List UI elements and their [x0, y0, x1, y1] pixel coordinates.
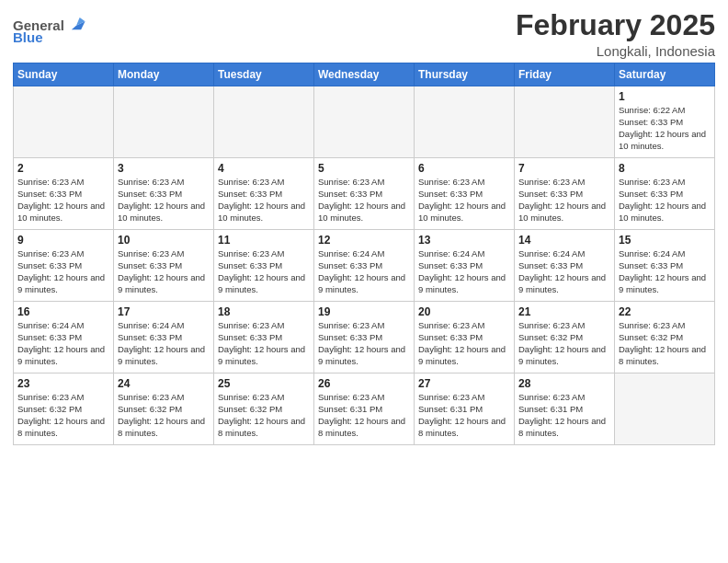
day-number: 28: [518, 377, 610, 390]
day-number: 3: [118, 162, 210, 175]
header: General Blue February 2025 Longkali, Ind…: [13, 9, 715, 59]
col-tuesday: Tuesday: [214, 63, 314, 86]
day-info: Sunrise: 6:23 AM Sunset: 6:33 PM Dayligh…: [418, 320, 510, 367]
col-thursday: Thursday: [415, 63, 515, 86]
table-row: 21Sunrise: 6:23 AM Sunset: 6:32 PM Dayli…: [515, 302, 615, 373]
day-info: Sunrise: 6:23 AM Sunset: 6:33 PM Dayligh…: [218, 248, 310, 295]
day-info: Sunrise: 6:23 AM Sunset: 6:33 PM Dayligh…: [218, 177, 310, 224]
table-row: [214, 86, 314, 158]
day-number: 13: [418, 234, 510, 247]
table-row: 4Sunrise: 6:23 AM Sunset: 6:33 PM Daylig…: [214, 158, 314, 230]
day-number: 16: [17, 305, 109, 318]
table-row: 25Sunrise: 6:23 AM Sunset: 6:32 PM Dayli…: [214, 373, 314, 445]
table-row: [314, 86, 415, 158]
logo: General Blue: [13, 15, 86, 45]
table-row: 28Sunrise: 6:23 AM Sunset: 6:31 PM Dayli…: [515, 373, 615, 445]
day-number: 25: [218, 377, 310, 390]
day-number: 6: [418, 162, 510, 175]
day-info: Sunrise: 6:23 AM Sunset: 6:33 PM Dayligh…: [518, 177, 610, 224]
table-row: 22Sunrise: 6:23 AM Sunset: 6:32 PM Dayli…: [615, 302, 715, 373]
table-row: 12Sunrise: 6:24 AM Sunset: 6:33 PM Dayli…: [314, 230, 415, 302]
table-row: 26Sunrise: 6:23 AM Sunset: 6:31 PM Dayli…: [314, 373, 415, 445]
day-number: 19: [318, 305, 410, 318]
table-row: 9Sunrise: 6:23 AM Sunset: 6:33 PM Daylig…: [14, 230, 114, 302]
col-saturday: Saturday: [615, 63, 715, 86]
col-friday: Friday: [515, 63, 615, 86]
day-info: Sunrise: 6:24 AM Sunset: 6:33 PM Dayligh…: [17, 320, 109, 367]
table-row: 24Sunrise: 6:23 AM Sunset: 6:32 PM Dayli…: [114, 373, 214, 445]
table-row: 6Sunrise: 6:23 AM Sunset: 6:33 PM Daylig…: [415, 158, 515, 230]
calendar-week-row: 16Sunrise: 6:24 AM Sunset: 6:33 PM Dayli…: [14, 302, 715, 373]
day-number: 24: [118, 377, 210, 390]
day-info: Sunrise: 6:23 AM Sunset: 6:32 PM Dayligh…: [118, 392, 210, 439]
day-info: Sunrise: 6:23 AM Sunset: 6:31 PM Dayligh…: [418, 392, 510, 439]
calendar-week-row: 1Sunrise: 6:22 AM Sunset: 6:33 PM Daylig…: [14, 86, 715, 158]
title-block: February 2025 Longkali, Indonesia: [516, 9, 715, 59]
day-info: Sunrise: 6:23 AM Sunset: 6:31 PM Dayligh…: [518, 392, 610, 439]
table-row: 10Sunrise: 6:23 AM Sunset: 6:33 PM Dayli…: [114, 230, 214, 302]
calendar-week-row: 23Sunrise: 6:23 AM Sunset: 6:32 PM Dayli…: [14, 373, 715, 445]
day-number: 7: [518, 162, 610, 175]
day-info: Sunrise: 6:23 AM Sunset: 6:32 PM Dayligh…: [218, 392, 310, 439]
table-row: [515, 86, 615, 158]
table-row: 11Sunrise: 6:23 AM Sunset: 6:33 PM Dayli…: [214, 230, 314, 302]
table-row: 1Sunrise: 6:22 AM Sunset: 6:33 PM Daylig…: [615, 86, 715, 158]
day-number: 22: [619, 305, 711, 318]
day-number: 2: [17, 162, 109, 175]
day-info: Sunrise: 6:23 AM Sunset: 6:32 PM Dayligh…: [17, 392, 109, 439]
day-info: Sunrise: 6:23 AM Sunset: 6:33 PM Dayligh…: [218, 320, 310, 367]
day-info: Sunrise: 6:23 AM Sunset: 6:33 PM Dayligh…: [318, 177, 410, 224]
day-number: 12: [318, 234, 410, 247]
day-number: 14: [518, 234, 610, 247]
table-row: 15Sunrise: 6:24 AM Sunset: 6:33 PM Dayli…: [615, 230, 715, 302]
day-number: 15: [619, 234, 711, 247]
day-info: Sunrise: 6:23 AM Sunset: 6:33 PM Dayligh…: [418, 177, 510, 224]
day-number: 1: [619, 90, 711, 103]
day-info: Sunrise: 6:23 AM Sunset: 6:33 PM Dayligh…: [17, 177, 109, 224]
table-row: 16Sunrise: 6:24 AM Sunset: 6:33 PM Dayli…: [14, 302, 114, 373]
table-row: 3Sunrise: 6:23 AM Sunset: 6:33 PM Daylig…: [114, 158, 214, 230]
table-row: [615, 373, 715, 445]
day-number: 11: [218, 234, 310, 247]
table-row: 27Sunrise: 6:23 AM Sunset: 6:31 PM Dayli…: [415, 373, 515, 445]
day-info: Sunrise: 6:23 AM Sunset: 6:33 PM Dayligh…: [318, 320, 410, 367]
table-row: [114, 86, 214, 158]
day-number: 26: [318, 377, 410, 390]
table-row: [14, 86, 114, 158]
table-row: 5Sunrise: 6:23 AM Sunset: 6:33 PM Daylig…: [314, 158, 415, 230]
day-number: 23: [17, 377, 109, 390]
day-info: Sunrise: 6:22 AM Sunset: 6:33 PM Dayligh…: [619, 105, 711, 152]
day-number: 10: [118, 234, 210, 247]
month-year: February 2025: [516, 9, 715, 41]
col-sunday: Sunday: [14, 63, 114, 86]
day-number: 8: [619, 162, 711, 175]
table-row: 20Sunrise: 6:23 AM Sunset: 6:33 PM Dayli…: [415, 302, 515, 373]
table-row: 23Sunrise: 6:23 AM Sunset: 6:32 PM Dayli…: [14, 373, 114, 445]
day-number: 21: [518, 305, 610, 318]
logo-icon: [66, 15, 86, 35]
table-row: 13Sunrise: 6:24 AM Sunset: 6:33 PM Dayli…: [415, 230, 515, 302]
day-info: Sunrise: 6:23 AM Sunset: 6:32 PM Dayligh…: [619, 320, 711, 367]
day-info: Sunrise: 6:23 AM Sunset: 6:33 PM Dayligh…: [118, 248, 210, 295]
calendar-table: Sunday Monday Tuesday Wednesday Thursday…: [13, 63, 715, 445]
day-info: Sunrise: 6:24 AM Sunset: 6:33 PM Dayligh…: [118, 320, 210, 367]
day-info: Sunrise: 6:24 AM Sunset: 6:33 PM Dayligh…: [619, 248, 711, 295]
day-info: Sunrise: 6:24 AM Sunset: 6:33 PM Dayligh…: [318, 248, 410, 295]
day-info: Sunrise: 6:23 AM Sunset: 6:33 PM Dayligh…: [118, 177, 210, 224]
day-number: 18: [218, 305, 310, 318]
table-row: 18Sunrise: 6:23 AM Sunset: 6:33 PM Dayli…: [214, 302, 314, 373]
col-wednesday: Wednesday: [314, 63, 415, 86]
day-info: Sunrise: 6:23 AM Sunset: 6:33 PM Dayligh…: [17, 248, 109, 295]
day-number: 20: [418, 305, 510, 318]
calendar-week-row: 9Sunrise: 6:23 AM Sunset: 6:33 PM Daylig…: [14, 230, 715, 302]
table-row: [415, 86, 515, 158]
main-container: General Blue February 2025 Longkali, Ind…: [0, 0, 728, 454]
calendar-header-row: Sunday Monday Tuesday Wednesday Thursday…: [14, 63, 715, 86]
day-number: 17: [118, 305, 210, 318]
day-info: Sunrise: 6:23 AM Sunset: 6:31 PM Dayligh…: [318, 392, 410, 439]
table-row: 19Sunrise: 6:23 AM Sunset: 6:33 PM Dayli…: [314, 302, 415, 373]
day-number: 27: [418, 377, 510, 390]
table-row: 17Sunrise: 6:24 AM Sunset: 6:33 PM Dayli…: [114, 302, 214, 373]
day-info: Sunrise: 6:24 AM Sunset: 6:33 PM Dayligh…: [418, 248, 510, 295]
col-monday: Monday: [114, 63, 214, 86]
